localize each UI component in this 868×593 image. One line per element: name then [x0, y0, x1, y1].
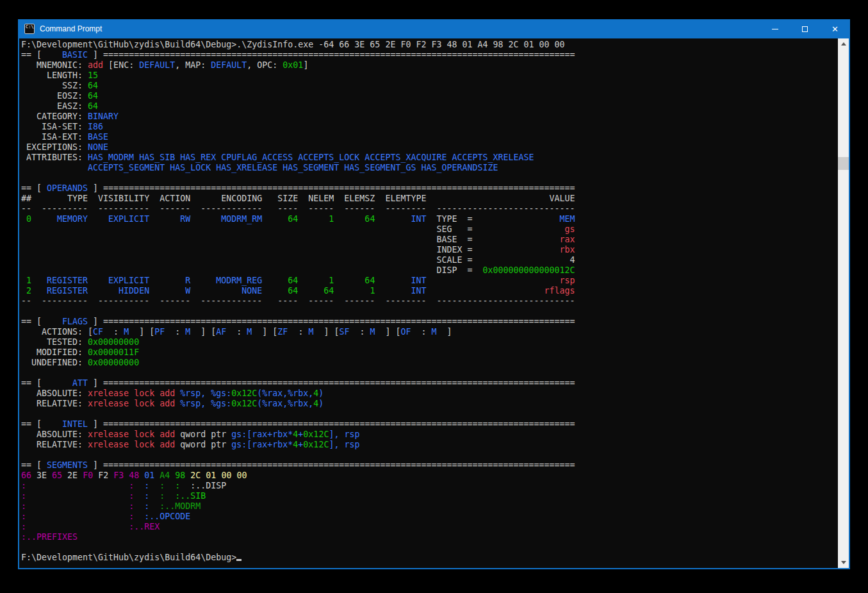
text-segment: ACTIONS: [: [21, 327, 93, 337]
text-segment: [472, 265, 482, 275]
text-segment: :: [21, 501, 26, 511]
console-line: UNDEFINED: 0x00000000: [21, 358, 838, 368]
text-segment: MEM: [560, 214, 575, 224]
console-line: == [ FLAGS ] ===========================…: [21, 317, 838, 327]
scroll-up-button[interactable]: [838, 38, 849, 49]
text-segment: 48: [129, 471, 144, 480]
scrollbar[interactable]: [838, 38, 849, 568]
text-segment: 0: [21, 214, 31, 224]
scroll-up-icon: [841, 42, 846, 46]
text-segment: rflags: [545, 286, 575, 296]
text-segment: ========================================…: [103, 419, 575, 429]
console-line: : : : : :..SIB: [21, 491, 838, 501]
text-segment: NONE: [88, 142, 108, 152]
text-segment: -- --------- ---------- ------ ---------…: [21, 204, 575, 213]
text-segment: :..DISP: [190, 481, 226, 490]
text-segment: INTEL: [47, 419, 88, 429]
console-line: ## TYPE VISIBILITY ACTION ENCODING SIZE …: [21, 194, 838, 204]
text-segment: 2C 01 00 00: [190, 471, 247, 480]
title-bar[interactable]: C:\ Command Prompt ✕: [18, 19, 850, 38]
console-line: : : : :..MODRM: [21, 501, 838, 512]
scrollbar-thumb[interactable]: [838, 157, 849, 170]
text-segment: ISA-SET:: [21, 122, 88, 131]
text-segment: MODIFIED:: [21, 347, 88, 357]
text-segment: add: [88, 60, 103, 70]
text-segment: 64 64 1: [262, 286, 375, 296]
text-segment: gs:[rax+rbx*: [231, 440, 293, 449]
text-segment: :: [129, 491, 134, 501]
text-segment: %rsp, %gs:: [180, 388, 231, 398]
text-segment: [21, 255, 436, 265]
minimize-icon: [772, 29, 778, 29]
console-line: EASZ: 64: [21, 101, 838, 112]
text-segment: :: [21, 522, 26, 531]
text-segment: :: [165, 327, 185, 337]
text-segment: == [: [21, 378, 47, 388]
text-segment: :..MODRM: [160, 501, 201, 511]
text-segment: 0x12C: [303, 440, 329, 449]
text-segment: OPERANDS: [47, 183, 88, 193]
prompt-cursor[interactable]: [236, 559, 242, 561]
text-segment: [165, 481, 175, 490]
minimize-button[interactable]: [760, 19, 790, 38]
console-line: 66 3E 65 2E F0 F2 F3 48 01 A4 98 2C 01 0…: [21, 471, 838, 481]
text-segment: SCALE =: [436, 255, 472, 265]
text-segment: TESTED:: [21, 337, 88, 347]
console-line: F:\Development\GitHub\zydis\Build64\Debu…: [21, 40, 838, 50]
text-segment: 0x12C: [231, 388, 257, 398]
text-segment: == [: [21, 460, 47, 470]
text-segment: DEFAULT: [211, 60, 247, 70]
console-line: RELATIVE: xrelease lock add %rsp, %gs:0x…: [21, 399, 838, 409]
text-segment: ABSOLUTE:: [21, 430, 88, 439]
text-segment: BASIC: [47, 50, 88, 60]
console-line: ABSOLUTE: xrelease lock add %rsp, %gs:0x…: [21, 388, 838, 399]
text-segment: [134, 501, 144, 511]
text-segment: [426, 286, 544, 296]
text-segment: SSZ:: [21, 81, 88, 90]
console-line: == [ OPERANDS ] ========================…: [21, 183, 838, 194]
text-segment: [426, 194, 549, 203]
text-segment: INT: [375, 286, 426, 296]
text-segment: , OPC:: [247, 60, 283, 70]
text-segment: 64 1 64: [262, 276, 375, 285]
text-segment: LENGTH:: [21, 71, 88, 80]
text-segment: 0x12C: [303, 430, 329, 439]
text-segment: rbx: [560, 245, 575, 255]
text-segment: [472, 255, 569, 265]
text-segment: (%rax,%rbx,: [257, 388, 313, 398]
text-segment: CF: [93, 327, 103, 337]
text-segment: [134, 481, 144, 490]
console-line: == [ INTEL ] ===========================…: [21, 419, 838, 430]
text-segment: 4: [570, 255, 575, 265]
console-line: == [ ATT ] =============================…: [21, 378, 838, 388]
console-line: == [ BASIC ] ===========================…: [21, 50, 838, 60]
window-controls: ✕: [760, 19, 850, 38]
text-segment: [134, 512, 144, 521]
close-button[interactable]: ✕: [820, 19, 850, 38]
console-output[interactable]: F:\Development\GitHub\zydis\Build64\Debu…: [19, 38, 838, 568]
text-segment: == [: [21, 50, 47, 60]
text-segment: :: [160, 481, 165, 490]
window-title: Command Prompt: [40, 24, 102, 33]
text-segment: DEFAULT: [139, 60, 175, 70]
text-segment: ] [: [129, 327, 154, 337]
text-segment: [26, 491, 129, 501]
text-segment: ] [: [190, 327, 216, 337]
text-segment: UNDEFINED:: [21, 358, 88, 367]
text-segment: == [: [21, 317, 47, 326]
text-segment: gs: [565, 224, 575, 234]
text-segment: ]: [88, 183, 103, 193]
console-line: SSZ: 64: [21, 81, 838, 91]
maximize-icon: [802, 26, 808, 32]
text-segment: F2: [98, 471, 113, 480]
text-segment: :: [129, 512, 134, 521]
console-line: F:\Development\GitHub\zydis\Build64\Debu…: [21, 553, 838, 563]
text-segment: ]: [437, 327, 452, 337]
maximize-button[interactable]: [790, 19, 820, 38]
text-segment: ] [: [313, 327, 339, 337]
text-segment: 64: [88, 81, 98, 90]
text-segment: ]: [88, 419, 103, 429]
text-segment: == [: [21, 183, 47, 193]
console-line: 2 REGISTER HIDDEN W NONE 64 64 1 INT rfl…: [21, 286, 838, 296]
scroll-down-button[interactable]: [838, 557, 849, 568]
